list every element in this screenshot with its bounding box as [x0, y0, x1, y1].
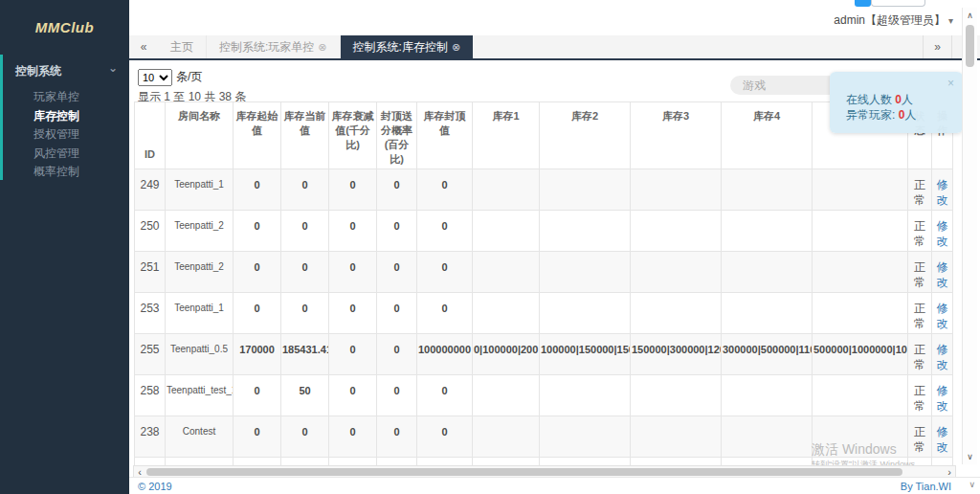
cell-inv4 [722, 211, 813, 252]
cell-inv4: 300000|500000|110 [722, 334, 813, 375]
status-link[interactable]: 正常 [914, 260, 925, 289]
tab-close-icon[interactable]: ⊗ [318, 41, 326, 53]
tab-home[interactable]: 主页 [158, 35, 207, 58]
sidebar-group-label: 控制系统 [15, 64, 61, 78]
tab-label: 控制系统:库存控制 [353, 40, 448, 54]
status-link[interactable]: 正常 [914, 384, 925, 413]
page-size-select[interactable]: 10 [138, 69, 172, 86]
tabs: 主页控制系统:玩家单控⊗控制系统:库存控制⊗ [158, 35, 473, 58]
status-link[interactable]: 正常 [914, 302, 925, 330]
copyright-link[interactable]: © 2019 [138, 481, 172, 492]
column-header-start: 库存起始值 [234, 102, 281, 169]
cell-inv5 [813, 252, 908, 293]
cell-inv4 [722, 169, 813, 211]
main-area: admin【超级管理员】▾ « 主页控制系统:玩家单控⊗控制系统:库存控制⊗ »… [129, 0, 980, 494]
chevron-down-icon: ⌄ [108, 61, 118, 75]
vertical-scroll-thumb[interactable] [966, 25, 974, 67]
inventory-table: ID房间名称库存起始值库存当前值库存衰减值(千分比)封顶送分概率(百分比)库存封… [134, 101, 953, 466]
cell-cap: 100000000 [417, 334, 473, 375]
table-row: 258Teenpatti_test_1050000正常修改 [135, 375, 953, 416]
cell-inv4 [722, 416, 813, 458]
edit-link[interactable]: 修改 [937, 384, 948, 413]
caret-down-icon: ▾ [948, 15, 953, 26]
cell-inv2 [540, 169, 631, 211]
online-count-line: 在线人数 0人 [846, 92, 963, 107]
cell-inv2 [540, 293, 631, 334]
cell-inv3 [631, 293, 722, 334]
tab-bar: « 主页控制系统:玩家单控⊗控制系统:库存控制⊗ » ▾ [129, 35, 980, 60]
edit-link[interactable]: 修改 [937, 302, 948, 330]
scroll-down-icon[interactable]: ∨ [963, 452, 977, 461]
sidebar-item-inventory-control[interactable]: 库存控制 [0, 107, 129, 126]
sidebar-item-authorization[interactable]: 授权管理 [0, 125, 129, 145]
cell-status: 正常 [908, 375, 932, 416]
vertical-scrollbar[interactable]: ∧ ∨ [962, 8, 977, 464]
tabs-forward-button[interactable]: » [923, 35, 951, 58]
cell-name: Teenpatti_2 [166, 211, 234, 252]
table-row: 250Teenpatti_200000正常修改 [135, 211, 953, 252]
edit-link[interactable]: 修改 [937, 260, 948, 289]
cell-inv1: 0|100000|200 [473, 334, 540, 375]
status-link[interactable]: 正常 [914, 219, 925, 248]
horizontal-scroll-thumb[interactable] [146, 468, 902, 476]
abnormal-players-line: 异常玩家: 0人 [846, 107, 963, 123]
user-menu[interactable]: admin【超级管理员】▾ [834, 12, 953, 29]
cell-id: 258 [135, 375, 166, 416]
cell-start: 0 [234, 252, 281, 293]
cell-decay: 0 [329, 293, 377, 334]
cell-status: 正常 [908, 416, 932, 458]
tab-player-control[interactable]: 控制系统:玩家单控⊗ [207, 35, 341, 58]
sidebar-item-player-control[interactable]: 玩家单控 [0, 88, 129, 107]
status-link[interactable]: 正常 [914, 425, 925, 454]
sidebar-item-probability-control[interactable]: 概率控制 [0, 163, 129, 182]
cell-action: 修改 [932, 334, 953, 375]
cell-action: 修改 [932, 375, 953, 416]
edit-link[interactable]: 修改 [937, 219, 948, 248]
cell-inv5: 500000|1000000|100 [813, 334, 908, 375]
cell-name: Teenpatti_1 [166, 293, 234, 334]
cell-inv3 [631, 375, 722, 416]
sidebar-menu: 控制系统 ⌄ 玩家单控库存控制授权管理风控管理概率控制 [0, 57, 129, 182]
scroll-up-icon[interactable]: ∧ [963, 11, 977, 20]
cell-start: 0 [234, 375, 281, 416]
cell-name: Contest [166, 416, 234, 458]
cell-name: Teenpatti_1 [166, 169, 234, 211]
cell-inv2 [540, 375, 631, 416]
sidebar-items: 玩家单控库存控制授权管理风控管理概率控制 [0, 88, 129, 182]
table-row: 238Contest00000正常修改 [135, 416, 953, 458]
content-area: 10 条/页 显示 1 至 10 共 38 条 ID房间名称库存起始值库存当前值… [129, 62, 980, 477]
cell-start: 0 [234, 293, 281, 334]
edit-link[interactable]: 修改 [937, 343, 948, 371]
column-header-decay: 库存衰减值(千分比) [329, 102, 377, 169]
cell-prob: 0 [377, 375, 417, 416]
footer: © 2019 By Tian.WI ∨ [129, 477, 980, 494]
cell-inv1 [473, 211, 540, 252]
edit-link[interactable]: 修改 [937, 178, 948, 207]
status-link[interactable]: 正常 [914, 178, 925, 207]
sidebar-group-control-system[interactable]: 控制系统 ⌄ [0, 57, 129, 85]
column-header-inv3: 库存3 [631, 102, 722, 169]
cell-cap: 0 [417, 211, 473, 252]
cell-prob: 0 [377, 293, 417, 334]
cell-status: 正常 [908, 169, 932, 211]
cell-status: 正常 [908, 211, 932, 252]
tab-inventory-control[interactable]: 控制系统:库存控制⊗ [341, 35, 474, 58]
tab-label: 主页 [170, 40, 193, 54]
cell-decay: 0 [329, 334, 377, 375]
tabs-collapse-button[interactable]: « [129, 35, 158, 58]
cell-start: 0 [234, 416, 281, 458]
column-header-id: ID [135, 102, 166, 169]
cell-inv1 [473, 416, 540, 458]
cell-inv5 [813, 293, 908, 334]
close-icon[interactable]: × [947, 76, 954, 91]
tab-close-icon[interactable]: ⊗ [452, 41, 460, 53]
cell-inv4 [722, 293, 813, 334]
edit-link[interactable]: 修改 [937, 425, 948, 454]
cell-action: 修改 [932, 416, 953, 458]
page-scroll-down-icon[interactable]: ∨ [969, 480, 975, 489]
credit-link[interactable]: By Tian.WI [901, 481, 951, 492]
cell-inv2 [540, 211, 631, 252]
app-logo: MMClub [0, 19, 129, 35]
status-link[interactable]: 正常 [914, 343, 925, 371]
sidebar-item-risk-control[interactable]: 风控管理 [0, 145, 129, 164]
